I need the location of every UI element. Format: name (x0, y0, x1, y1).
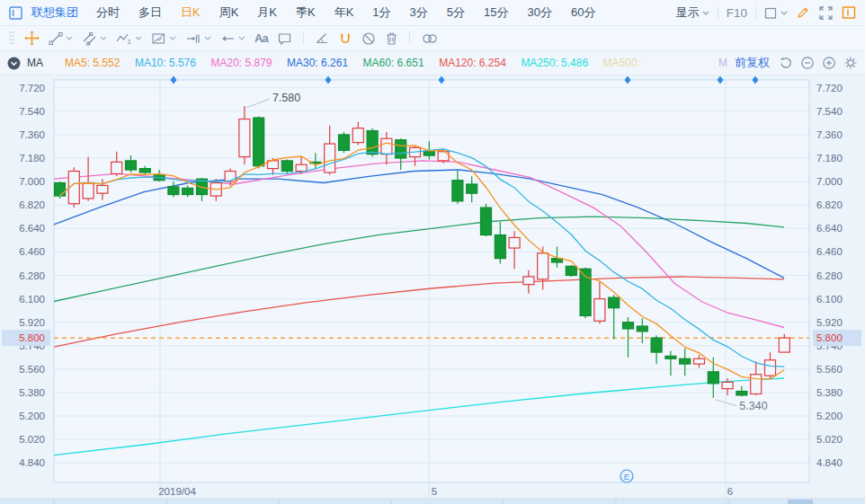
svg-text:6.640: 6.640 (816, 223, 843, 234)
chevron-down-icon (100, 36, 107, 40)
ma-legend: MA5: 5.552MA10: 5.576MA20: 5.879MA30: 6.… (65, 57, 640, 69)
truncated-ma-label: M (718, 57, 727, 69)
svg-text:4.840: 4.840 (816, 457, 843, 468)
drag-handle-icon (8, 31, 15, 47)
period-tab-3分[interactable]: 3分 (410, 4, 428, 21)
price-line-tool-icon[interactable] (185, 31, 211, 46)
svg-text:3: 3 (128, 39, 131, 45)
period-tab-60分[interactable]: 60分 (571, 4, 595, 21)
edit-pencil-icon[interactable] (796, 5, 810, 20)
chevron-down-icon (169, 36, 176, 40)
chevron-down-icon (204, 36, 211, 40)
channel-tool-icon[interactable] (82, 31, 107, 46)
disable-tool-icon[interactable] (361, 31, 376, 46)
navigator-thumb[interactable] (788, 500, 813, 504)
stats-box-tool-icon[interactable] (151, 31, 176, 46)
chevron-down-icon (238, 36, 245, 40)
svg-text:4.840: 4.840 (19, 457, 45, 468)
trendline-tool-icon[interactable] (49, 31, 73, 46)
period-tab-5分[interactable]: 5分 (447, 4, 465, 21)
ma-legend-item-6[interactable]: MA250: 5.486 (521, 57, 588, 69)
ma-legend-item-2[interactable]: MA20: 5.879 (210, 57, 272, 69)
svg-text:5.920: 5.920 (816, 317, 843, 328)
move-tool-icon[interactable] (24, 31, 40, 46)
period-tab-1分[interactable]: 1分 (372, 4, 390, 21)
svg-text:6.100: 6.100 (19, 294, 45, 305)
svg-text:5.200: 5.200 (816, 411, 843, 421)
ma-legend-item-5[interactable]: MA120: 6.254 (439, 57, 506, 69)
high-annotation: 7.580 (272, 92, 300, 104)
date-axis-label: 2019/04 (158, 486, 196, 497)
ma-legend-item-1[interactable]: MA10: 5.576 (135, 57, 196, 69)
indicator-bar: MA MA5: 5.552MA10: 5.576MA20: 5.879MA30:… (0, 51, 865, 75)
period-tab-15分[interactable]: 15分 (484, 4, 508, 21)
ma-legend-item-0[interactable]: MA5: 5.552 (65, 57, 120, 69)
chart-style-dropdown[interactable] (764, 6, 788, 20)
svg-text:7.540: 7.540 (816, 106, 843, 117)
event-badge[interactable]: E (620, 470, 633, 482)
svg-text:5.560: 5.560 (19, 364, 45, 375)
zoom-in-icon[interactable] (822, 56, 836, 70)
divider (303, 31, 304, 45)
chevron-down-icon (135, 36, 142, 40)
link-tool-icon[interactable] (421, 31, 439, 46)
period-tab-日K[interactable]: 日K (181, 4, 201, 21)
svg-text:6.280: 6.280 (816, 270, 843, 281)
text-tool-label: Aa (254, 31, 268, 45)
f10-button[interactable]: F10 (727, 6, 747, 20)
svg-text:5.560: 5.560 (816, 364, 843, 375)
svg-text:6.460: 6.460 (19, 246, 45, 257)
svg-text:7.720: 7.720 (816, 83, 843, 93)
period-tab-周K[interactable]: 周K (219, 4, 239, 21)
plot-area[interactable] (54, 80, 809, 482)
display-dropdown[interactable]: 显示 (676, 4, 709, 21)
svg-text:7.180: 7.180 (816, 153, 843, 164)
divider (755, 6, 756, 20)
adjust-mode-button[interactable]: 前复权 (735, 55, 770, 71)
ma-legend-item-3[interactable]: MA30: 6.261 (287, 57, 348, 69)
magnet-tool-icon[interactable] (338, 31, 352, 46)
fullscreen-icon[interactable] (818, 5, 834, 21)
chart-navigator[interactable] (0, 500, 865, 504)
svg-text:5.020: 5.020 (816, 434, 843, 445)
collapse-indicator-icon[interactable] (7, 57, 21, 70)
wave-tool-icon[interactable]: 3 (116, 31, 142, 46)
candlestick-chart-canvas[interactable]: 7.7207.7207.5407.5407.3607.3607.1807.180… (0, 75, 865, 504)
svg-text:5.020: 5.020 (19, 434, 45, 445)
undo-icon[interactable] (779, 56, 793, 70)
zoom-out-icon[interactable] (800, 56, 815, 70)
svg-text:6.280: 6.280 (19, 270, 45, 281)
chevron-down-icon (702, 11, 709, 15)
svg-text:7.360: 7.360 (816, 129, 843, 140)
period-tab-年K[interactable]: 年K (334, 4, 354, 21)
last-price-tag: 5.800 (813, 330, 861, 346)
period-tab-多日[interactable]: 多日 (138, 4, 162, 21)
period-tab-分时[interactable]: 分时 (96, 4, 120, 21)
svg-text:6.460: 6.460 (816, 246, 843, 257)
low-annotation: 5.340 (739, 400, 767, 412)
svg-text:7.000: 7.000 (19, 176, 45, 187)
ma-legend-item-4[interactable]: MA60: 6.651 (363, 57, 424, 69)
period-tab-季K[interactable]: 季K (296, 4, 316, 21)
ma-indicator-label[interactable]: MA (27, 57, 43, 69)
note-tool-icon[interactable] (277, 31, 292, 46)
side-panel-toggle-icon[interactable] (842, 5, 856, 20)
app-logo-icon[interactable] (9, 6, 22, 20)
svg-text:7.360: 7.360 (19, 129, 45, 140)
svg-text:5.380: 5.380 (19, 387, 45, 398)
text-tool-icon[interactable]: Aa (254, 31, 268, 45)
arrow-tool-icon[interactable] (220, 31, 245, 46)
svg-text:6.640: 6.640 (19, 223, 45, 234)
last-price-tag: 5.800 (2, 330, 50, 346)
delete-tool-icon[interactable] (385, 31, 398, 46)
angle-tool-icon[interactable] (315, 31, 329, 45)
square-style-icon (764, 6, 778, 20)
chevron-down-icon (780, 11, 788, 15)
chevron-down-icon (66, 36, 73, 40)
stock-name[interactable]: 联想集团 (31, 4, 78, 21)
period-tab-月K[interactable]: 月K (257, 4, 277, 21)
svg-text:7.540: 7.540 (19, 106, 45, 117)
ma-legend-item-7[interactable]: MA500: (603, 57, 640, 69)
settings-gear-icon[interactable] (843, 56, 858, 70)
period-tab-30分[interactable]: 30分 (528, 4, 552, 21)
